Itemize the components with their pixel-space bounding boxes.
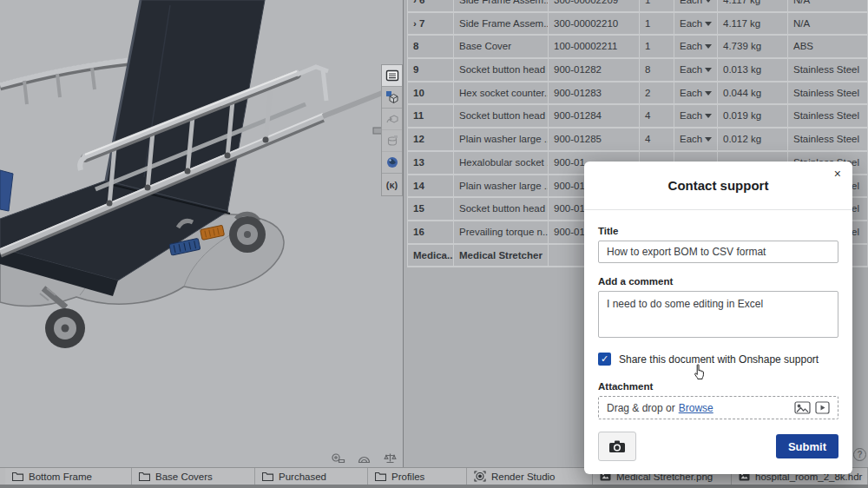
table-row[interactable]: › 7Side Frame Assem...300-000022101Each4… bbox=[407, 13, 868, 36]
quantity-cell[interactable]: 1 bbox=[640, 36, 674, 59]
item-cell[interactable]: 14 bbox=[407, 175, 454, 199]
quantity-cell[interactable]: 4 bbox=[640, 105, 674, 129]
tab-base-covers[interactable]: Base Covers bbox=[132, 468, 255, 485]
title-input[interactable] bbox=[598, 241, 838, 263]
attachment-dropzone[interactable]: Drag & drop or Browse bbox=[598, 396, 838, 419]
item-cell[interactable]: 11 bbox=[407, 105, 454, 129]
tab-bottom-frame[interactable]: Bottom Frame bbox=[5, 468, 132, 485]
cube-icon[interactable] bbox=[382, 87, 402, 109]
bom-table-icon[interactable] bbox=[382, 65, 402, 87]
name-cell[interactable]: Socket button head ... bbox=[454, 198, 549, 221]
name-cell[interactable]: Medical Stretcher bbox=[454, 245, 549, 268]
part-number-cell[interactable]: 300-00002209 bbox=[549, 0, 640, 13]
cylinder-icon[interactable] bbox=[382, 130, 402, 152]
material-cell[interactable]: N/A bbox=[788, 0, 868, 13]
stretcher-3d-model bbox=[0, 0, 403, 467]
comment-textarea[interactable]: I need to do some editing in Excel bbox=[598, 291, 838, 338]
material-cell[interactable]: N/A bbox=[788, 13, 868, 36]
material-cell[interactable]: Stainless Steel bbox=[788, 105, 868, 129]
cube-arrow-icon[interactable] bbox=[382, 109, 402, 130]
3d-viewport[interactable] bbox=[0, 0, 403, 467]
item-cell[interactable]: 10 bbox=[407, 82, 454, 106]
table-row[interactable]: 10Hex socket counter...900-012832Each0.0… bbox=[407, 82, 868, 106]
mass-cell[interactable]: 4.117 kg bbox=[718, 0, 788, 13]
dropzone-text: Drag & drop or bbox=[607, 402, 675, 414]
protractor-icon[interactable] bbox=[357, 452, 372, 465]
unit-cell[interactable]: Each bbox=[674, 13, 718, 36]
browse-link[interactable]: Browse bbox=[679, 402, 713, 414]
name-cell[interactable]: Hex socket counter... bbox=[454, 82, 549, 106]
item-cell[interactable]: › 7 bbox=[407, 13, 454, 36]
part-number-cell[interactable]: 900-01285 bbox=[549, 129, 640, 152]
tab-label: Render Studio bbox=[491, 472, 556, 482]
item-cell[interactable]: 15 bbox=[407, 198, 454, 221]
modal-title: Contact support bbox=[668, 178, 769, 193]
globe-icon[interactable] bbox=[382, 152, 402, 174]
help-icon[interactable]: ? bbox=[853, 448, 866, 461]
tab-render-studio[interactable]: Render Studio bbox=[467, 468, 593, 485]
mass-cell[interactable]: 0.044 kg bbox=[718, 82, 788, 106]
table-row[interactable]: 8Base Cover100-000022111Each4.739 kgABS bbox=[407, 36, 868, 59]
name-cell[interactable]: Plain washer large ... bbox=[454, 129, 549, 152]
unit-dropdown-caret bbox=[705, 68, 712, 72]
part-number-cell[interactable]: 100-00002211 bbox=[549, 36, 640, 59]
part-number-cell[interactable]: 300-00002210 bbox=[549, 13, 640, 36]
unit-cell[interactable]: Each bbox=[674, 129, 718, 152]
unit-cell[interactable]: Each bbox=[674, 0, 718, 13]
tab-purchased[interactable]: Purchased bbox=[255, 468, 368, 485]
name-cell[interactable]: Prevailing torque n... bbox=[454, 221, 549, 245]
unit-cell[interactable]: Each bbox=[674, 59, 718, 82]
mass-properties-icon[interactable] bbox=[383, 452, 398, 465]
name-cell[interactable]: Socket button head ... bbox=[454, 59, 549, 82]
unit-cell[interactable]: Each bbox=[674, 82, 718, 106]
name-cell[interactable]: Socket button head ... bbox=[454, 105, 549, 129]
quantity-cell[interactable]: 1 bbox=[640, 13, 674, 36]
share-checkbox[interactable]: ✓ bbox=[598, 353, 611, 366]
mass-cell[interactable]: 0.012 kg bbox=[718, 129, 788, 152]
item-cell[interactable]: 8 bbox=[407, 36, 454, 59]
mass-cell[interactable]: 0.013 kg bbox=[718, 59, 788, 82]
quantity-cell[interactable]: 1 bbox=[640, 0, 674, 13]
part-number-cell[interactable]: 900-01284 bbox=[549, 105, 640, 129]
mass-cell[interactable]: 4.117 kg bbox=[718, 13, 788, 36]
material-cell[interactable]: Stainless Steel bbox=[788, 82, 868, 106]
unit-cell[interactable]: Each bbox=[674, 105, 718, 129]
item-cell[interactable]: 9 bbox=[407, 59, 454, 82]
material-cell[interactable]: Stainless Steel bbox=[788, 59, 868, 82]
table-row[interactable]: 9Socket button head ...900-012828Each0.0… bbox=[407, 59, 868, 82]
item-cell[interactable]: 13 bbox=[407, 152, 454, 175]
table-row[interactable]: 11Socket button head ...900-012844Each0.… bbox=[407, 105, 868, 129]
item-cell[interactable]: › 6 bbox=[407, 0, 454, 13]
contact-support-modal: Contact support × Title Add a comment I … bbox=[584, 162, 852, 474]
material-cell[interactable]: ABS bbox=[788, 36, 868, 59]
quantity-cell[interactable]: 4 bbox=[640, 129, 674, 152]
name-cell[interactable]: Side Frame Assem... bbox=[454, 13, 549, 36]
item-cell[interactable]: 16 bbox=[407, 221, 454, 245]
measure-icon[interactable] bbox=[331, 452, 345, 465]
quantity-cell[interactable]: 8 bbox=[640, 59, 674, 82]
item-cell[interactable]: 12 bbox=[407, 129, 454, 152]
mass-cell[interactable]: 0.019 kg bbox=[718, 105, 788, 129]
modal-body: Title Add a comment I need to do some ed… bbox=[584, 210, 852, 461]
image-attach-icon bbox=[794, 401, 811, 414]
quantity-cell[interactable]: 2 bbox=[640, 82, 674, 106]
unit-cell[interactable]: Each bbox=[674, 36, 718, 59]
mass-cell[interactable]: 4.739 kg bbox=[718, 36, 788, 59]
name-cell[interactable]: Hexalobular socket ... bbox=[454, 152, 549, 175]
name-cell[interactable]: Side Frame Assem... bbox=[454, 0, 549, 13]
screenshot-button[interactable] bbox=[598, 432, 636, 461]
submit-button[interactable]: Submit bbox=[776, 434, 838, 458]
close-icon[interactable]: × bbox=[834, 168, 841, 180]
table-row[interactable]: › 6Side Frame Assem...300-000022091Each4… bbox=[407, 0, 868, 13]
item-cell[interactable]: Medica... bbox=[407, 245, 454, 268]
render-icon bbox=[474, 471, 486, 482]
name-cell[interactable]: Base Cover bbox=[454, 36, 549, 59]
part-number-cell[interactable]: 900-01282 bbox=[549, 59, 640, 82]
configuration-icon[interactable]: (κ) bbox=[382, 174, 402, 195]
modal-header: Contact support × bbox=[584, 162, 852, 210]
part-number-cell[interactable]: 900-01283 bbox=[549, 82, 640, 106]
name-cell[interactable]: Plain washer large ... bbox=[454, 175, 549, 199]
material-cell[interactable]: Stainless Steel bbox=[788, 129, 868, 152]
table-row[interactable]: 12Plain washer large ...900-012854Each0.… bbox=[407, 129, 868, 152]
tab-profiles[interactable]: Profiles bbox=[368, 468, 467, 485]
